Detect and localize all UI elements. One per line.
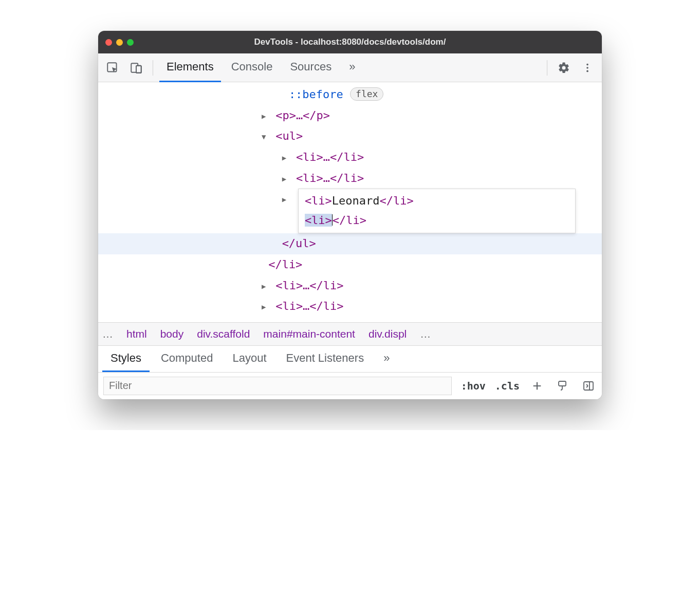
caret-right-icon[interactable]: ▶ (262, 301, 269, 314)
inspect-element-icon[interactable] (102, 58, 123, 78)
hov-toggle[interactable]: :hov (461, 380, 486, 392)
subtab-styles[interactable]: Styles (102, 345, 150, 372)
breadcrumb-item[interactable]: main#main-content (263, 328, 355, 340)
svg-rect-7 (559, 381, 566, 386)
styles-subtabs: Styles Computed Layout Event Listeners » (98, 346, 602, 373)
dom-row[interactable]: ▶ <p>…</p> (98, 105, 602, 126)
caret-right-icon[interactable]: ▶ (262, 280, 269, 293)
paint-brush-icon[interactable] (555, 378, 571, 394)
window-controls (105, 39, 134, 46)
styles-filter-row: :hov .cls (98, 373, 602, 399)
caret-right-icon[interactable]: ▶ (282, 193, 289, 207)
dom-row[interactable]: ▼ <ul> (98, 126, 602, 147)
kebab-menu-icon[interactable] (577, 58, 598, 78)
dom-row[interactable]: </li> (98, 254, 602, 275)
caret-right-icon[interactable]: ▶ (262, 110, 269, 123)
breadcrumb-item[interactable]: div.displ (369, 328, 407, 340)
breadcrumb-item[interactable]: div.scaffold (197, 328, 250, 340)
new-style-rule-icon[interactable] (529, 378, 545, 394)
breadcrumb: … html body div.scaffold main#main-conte… (98, 322, 602, 346)
dom-row[interactable]: ▶ <li>…</li> (98, 168, 602, 189)
html-edit-box[interactable]: <li>Leonard</li><li></li> (298, 189, 576, 233)
caret-right-icon[interactable]: ▶ (282, 173, 289, 186)
svg-point-5 (586, 67, 588, 69)
titlebar: DevTools - localhost:8080/docs/devtools/… (98, 31, 602, 53)
device-toggle-icon[interactable] (126, 58, 146, 78)
svg-rect-0 (107, 63, 116, 71)
window-close-button[interactable] (105, 39, 112, 46)
tab-sources[interactable]: Sources (283, 53, 339, 82)
window-title: DevTools - localhost:8080/docs/devtools/… (98, 37, 602, 47)
breadcrumb-item[interactable]: body (160, 328, 184, 340)
window-maximize-button[interactable] (127, 39, 134, 46)
cls-toggle[interactable]: .cls (495, 380, 520, 392)
dom-tree[interactable]: ::before flex ▶ <p>…</p> ▼ <ul> ▶ <li>…<… (98, 82, 602, 322)
subtabs-overflow[interactable]: » (375, 345, 398, 372)
svg-rect-8 (584, 382, 593, 390)
dom-row[interactable]: ▶ <li>…</li> (98, 275, 602, 296)
subtab-event-listeners[interactable]: Event Listeners (278, 345, 373, 372)
breadcrumb-overflow-right[interactable]: … (420, 328, 431, 340)
breadcrumb-item[interactable]: html (126, 328, 147, 340)
tab-elements[interactable]: Elements (159, 53, 221, 82)
flex-badge[interactable]: flex (350, 87, 383, 101)
svg-point-4 (586, 63, 588, 65)
breadcrumb-overflow-left[interactable]: … (102, 328, 113, 340)
subtab-computed[interactable]: Computed (153, 345, 222, 372)
dom-row-edit[interactable]: ▶ <li>Leonard</li><li></li> (98, 189, 602, 233)
settings-gear-icon[interactable] (554, 58, 574, 78)
subtab-layout[interactable]: Layout (224, 345, 274, 372)
dom-row[interactable]: ▶ <li>…</li> (98, 296, 602, 317)
window-minimize-button[interactable] (116, 39, 123, 46)
caret-right-icon[interactable]: ▶ (282, 152, 289, 165)
dom-row[interactable]: ▶ <li>…</li> (98, 147, 602, 168)
toolbar-separator (153, 60, 153, 76)
dom-row-pseudo[interactable]: ::before flex (98, 84, 602, 105)
tab-console[interactable]: Console (224, 53, 280, 82)
dom-row-highlighted[interactable]: </ul> (98, 233, 602, 254)
main-toolbar: Elements Console Sources » (98, 53, 602, 82)
computed-panel-toggle-icon[interactable] (580, 378, 597, 394)
tabs-overflow[interactable]: » (342, 53, 362, 82)
devtools-window: DevTools - localhost:8080/docs/devtools/… (98, 31, 602, 399)
svg-point-6 (586, 70, 588, 72)
svg-rect-2 (136, 65, 141, 72)
caret-down-icon[interactable]: ▼ (262, 131, 269, 144)
toolbar-separator (547, 60, 547, 76)
styles-filter-input[interactable] (103, 377, 452, 395)
